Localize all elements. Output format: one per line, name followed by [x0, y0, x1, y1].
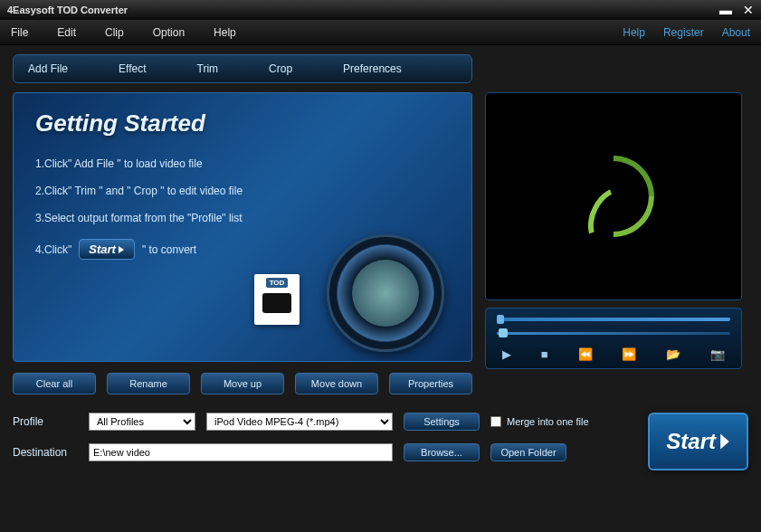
- open-icon[interactable]: 📂: [666, 347, 680, 361]
- menu-file[interactable]: File: [11, 26, 28, 39]
- titlebar: 4Easysoft TOD Converter ▬ ✕: [0, 0, 761, 20]
- inline-start-badge: Start: [79, 239, 135, 260]
- toolbar-trim[interactable]: Trim: [197, 62, 219, 75]
- play-icon[interactable]: ▶: [502, 347, 511, 361]
- merge-checkbox[interactable]: [490, 416, 501, 427]
- menu-help[interactable]: Help: [214, 26, 236, 39]
- link-help[interactable]: Help: [623, 26, 645, 39]
- openfolder-button[interactable]: Open Folder: [490, 443, 566, 461]
- film-reel-icon: [327, 234, 444, 352]
- window-controls: ▬ ✕: [719, 4, 754, 16]
- guide-step-2: 2.Click" Trim " and " Crop " to edit vid…: [35, 185, 450, 197]
- getting-started-panel: Getting Started 1.Click" Add File " to l…: [13, 92, 472, 362]
- next-icon[interactable]: ⏩: [622, 347, 636, 361]
- toolbar-addfile[interactable]: Add File: [28, 62, 68, 75]
- tod-file-icon: [254, 274, 300, 325]
- toolbar-preferences[interactable]: Preferences: [343, 62, 402, 75]
- guide-step-1: 1.Click" Add File " to load video file: [35, 157, 450, 170]
- browse-button[interactable]: Browse...: [404, 443, 480, 461]
- stop-icon[interactable]: ■: [541, 347, 548, 361]
- properties-button[interactable]: Properties: [389, 373, 472, 394]
- brand-logo-icon: [556, 138, 671, 253]
- prev-icon[interactable]: ⏪: [578, 347, 593, 361]
- toolbar: Add File Effect Trim Crop Preferences: [13, 54, 472, 83]
- guide-step-3: 3.Select output format from the "Profile…: [35, 212, 450, 224]
- volume-slider[interactable]: [497, 332, 730, 335]
- profile-label: Profile: [13, 415, 78, 428]
- link-about[interactable]: About: [722, 26, 750, 39]
- link-register[interactable]: Register: [663, 26, 704, 39]
- app-title: 4Easysoft TOD Converter: [7, 5, 128, 15]
- list-actions: Clear all Rename Move up Move down Prope…: [13, 373, 472, 394]
- start-button[interactable]: Start: [648, 413, 748, 470]
- profile-category-select[interactable]: All Profiles: [89, 413, 195, 431]
- menu-option[interactable]: Option: [153, 26, 185, 39]
- destination-input[interactable]: [89, 443, 393, 461]
- moveup-button[interactable]: Move up: [201, 373, 284, 394]
- menu-edit[interactable]: Edit: [57, 26, 76, 39]
- toolbar-crop[interactable]: Crop: [269, 62, 292, 75]
- profile-format-select[interactable]: iPod Video MPEG-4 (*.mp4): [206, 413, 393, 431]
- close-icon[interactable]: ✕: [743, 4, 754, 16]
- video-preview: [485, 92, 742, 300]
- destination-label: Destination: [13, 446, 78, 459]
- clearall-button[interactable]: Clear all: [13, 373, 96, 394]
- menu-clip[interactable]: Clip: [105, 26, 124, 39]
- player-panel: ▶ ■ ⏪ ⏩ 📂 📷: [485, 308, 742, 369]
- seek-bar[interactable]: [497, 318, 730, 321]
- snapshot-icon[interactable]: 📷: [710, 347, 725, 361]
- merge-label: Merge into one file: [507, 416, 589, 427]
- settings-button[interactable]: Settings: [404, 413, 480, 431]
- rename-button[interactable]: Rename: [107, 373, 190, 394]
- minimize-icon[interactable]: ▬: [719, 4, 732, 16]
- toolbar-effect[interactable]: Effect: [119, 62, 146, 75]
- menubar: File Edit Clip Option Help Help Register…: [0, 20, 761, 45]
- guide-title: Getting Started: [35, 109, 450, 138]
- movedown-button[interactable]: Move down: [295, 373, 378, 394]
